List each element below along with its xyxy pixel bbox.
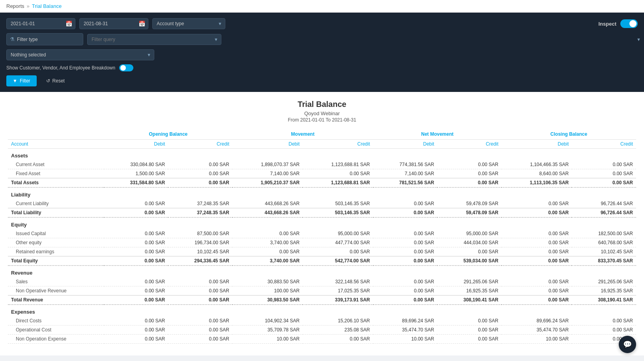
section-header: Assets: [8, 149, 636, 161]
filter-query-wrap: ▼: [87, 34, 221, 45]
col-cl-credit: Credit: [572, 140, 636, 149]
filter-query-input[interactable]: [87, 34, 221, 45]
date-to-input[interactable]: [79, 18, 148, 29]
section-header: Expenses: [8, 305, 636, 316]
col-ob-debit: Debit: [104, 140, 168, 149]
col-net-debit: Debit: [373, 140, 438, 149]
inspect-toggle[interactable]: [620, 19, 638, 28]
filter-row-2: ⚗ Filter type ▼ ▼: [6, 33, 638, 45]
col-account-header: [8, 129, 104, 140]
reset-icon: ↺: [46, 78, 50, 84]
total-row: Total Assets331,584.80 SAR0.00 SAR1,905,…: [8, 178, 636, 188]
total-row: Total Revenue0.00 SAR0.00 SAR30,983.50 S…: [8, 296, 636, 305]
col-cl-debit: Debit: [502, 140, 572, 149]
chat-bubble[interactable]: 💬: [619, 336, 636, 353]
col-mv-credit: Credit: [303, 140, 373, 149]
report-area: Trial Balance Qoyod Webinar From 2021-01…: [0, 92, 644, 355]
total-row: Total Liability0.00 SAR37,248.35 SAR443,…: [8, 208, 636, 218]
filter-row-3: Nothing selected ▼: [6, 49, 638, 60]
section-header: Revenue: [8, 266, 636, 277]
table-row: Other equity0.00 SAR196,734.00 SAR3,740.…: [8, 238, 636, 247]
inspect-label: Inspect: [598, 21, 616, 27]
col-account: Account: [8, 140, 104, 149]
table-row: Fixed Asset1,500.00 SAR0.00 SAR7,140.00 …: [8, 169, 636, 178]
table-row: Retained earnings0.00 SAR10,102.45 SAR0.…: [8, 247, 636, 256]
account-type-select[interactable]: Account type: [152, 18, 225, 29]
filter-button[interactable]: ▼ Filter: [6, 75, 37, 86]
filter-type-select[interactable]: Filter type: [17, 37, 80, 42]
account-type-wrap: Account type ▼: [152, 18, 225, 29]
date-to-wrap: 📅: [79, 18, 148, 29]
breadcrumb-separator: »: [27, 3, 30, 9]
filter-type-wrap: ⚗ Filter type ▼: [6, 33, 83, 45]
date-from-input[interactable]: [6, 18, 75, 29]
table-row: Non Operative Revenue0.00 SAR0.00 SAR100…: [8, 286, 636, 296]
total-row: Total Equity0.00 SAR294,336.45 SAR3,740.…: [8, 256, 636, 266]
date-from-wrap: 📅: [6, 18, 75, 29]
opening-balance-header: Opening Balance: [104, 129, 232, 140]
funnel-icon: ⚗: [10, 36, 15, 42]
table-row: Non Operation Expense0.00 SAR0.00 SAR10.…: [8, 335, 636, 344]
filter-panel: 📅 📅 Account type ▼ Inspect ⚗ Filter type: [0, 13, 644, 92]
report-date-range: From 2021-01-01 To 2021-08-31: [8, 117, 636, 123]
movement-header: Movement: [232, 129, 373, 140]
trial-balance-table: Opening Balance Movement Net Movement Cl…: [8, 129, 636, 344]
filter-row-1: 📅 📅 Account type ▼ Inspect: [6, 18, 638, 29]
breakdown-toggle[interactable]: [119, 64, 133, 71]
action-row: ▼ Filter ↺ Reset: [6, 75, 638, 86]
report-title: Trial Balance: [8, 100, 636, 109]
show-breakdown-label: Show Customer, Vendor, And Employee Brea…: [6, 65, 115, 71]
section-header: Equity: [8, 217, 636, 229]
col-net-credit: Credit: [437, 140, 502, 149]
inspect-wrap: Inspect: [598, 19, 638, 28]
table-row: Current Asset330,084.80 SAR0.00 SAR1,898…: [8, 160, 636, 169]
section-header: Liability: [8, 187, 636, 199]
table-row: Direct Costs0.00 SAR0.00 SAR104,902.34 S…: [8, 316, 636, 325]
table-row: Current Liability0.00 SAR37,248.35 SAR44…: [8, 199, 636, 208]
table-row: Operational Cost0.00 SAR0.00 SAR35,709.7…: [8, 325, 636, 335]
table-row: Sales0.00 SAR0.00 SAR30,883.50 SAR322,14…: [8, 277, 636, 286]
breadcrumb: Reports » Trial Balance: [0, 0, 644, 13]
report-company: Qoyod Webinar: [8, 110, 636, 116]
nothing-selected-select[interactable]: Nothing selected: [6, 49, 154, 60]
breadcrumb-reports[interactable]: Reports: [6, 3, 24, 9]
show-breakdown-row: Show Customer, Vendor, And Employee Brea…: [6, 64, 638, 71]
closing-balance-header: Closing Balance: [502, 129, 636, 140]
net-movement-header: Net Movement: [373, 129, 502, 140]
filter-icon: ▼: [13, 78, 17, 84]
col-ob-credit: Credit: [168, 140, 232, 149]
reset-button[interactable]: ↺ Reset: [41, 75, 70, 86]
group-header-row: Opening Balance Movement Net Movement Cl…: [8, 129, 636, 140]
nothing-selected-wrap: Nothing selected ▼: [6, 49, 154, 60]
col-header-row: Account Debit Credit Debit Credit Debit …: [8, 140, 636, 149]
col-mv-debit: Debit: [232, 140, 303, 149]
table-row: Issued Capital0.00 SAR87,500.00 SAR0.00 …: [8, 229, 636, 238]
breadcrumb-current: Trial Balance: [32, 3, 62, 9]
filter-type-arrow-icon: ▼: [637, 37, 641, 42]
